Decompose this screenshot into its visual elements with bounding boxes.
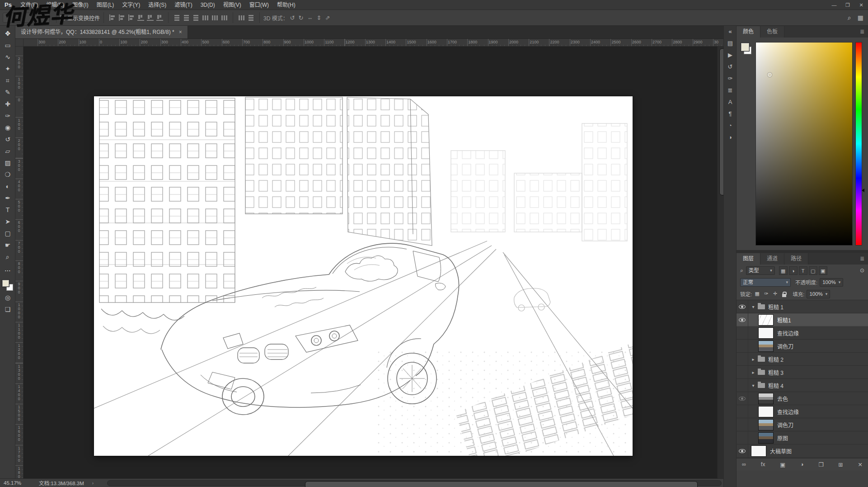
saturation-brightness-picker[interactable] (755, 42, 853, 246)
edit-toolbar-icon[interactable]: ⋯ (0, 265, 15, 276)
panel-menu-icon[interactable]: ≣ (860, 28, 864, 35)
minimize-button[interactable]: — (827, 0, 841, 10)
filter-type-icon[interactable]: T (799, 266, 807, 275)
3d-drag-icon[interactable]: ⇔ (307, 14, 313, 21)
visibility-toggle[interactable] (737, 300, 748, 313)
horizontal-scrollbar[interactable] (107, 480, 722, 486)
color-picker-marker[interactable] (768, 73, 772, 77)
layer-row[interactable]: 调色刀 (737, 418, 868, 431)
restore-button[interactable]: ❐ (841, 0, 854, 10)
chevron-down-icon[interactable]: ▾ (750, 304, 756, 309)
shape-tool[interactable]: ▢ (0, 227, 15, 239)
fill-value[interactable]: 100% ▾ (807, 290, 830, 298)
layer-thumbnail[interactable] (751, 445, 766, 457)
adjustment-layer-icon[interactable]: ◑ (800, 461, 804, 468)
distribute-top-icon[interactable] (174, 14, 180, 21)
crop-tool[interactable]: ⌗ (0, 75, 15, 86)
clone-stamp-tool[interactable]: ◉ (0, 122, 15, 133)
new-group-icon[interactable]: ❒ (818, 461, 823, 468)
chevron-right-icon[interactable]: ▸ (750, 357, 756, 362)
eyedropper-tool[interactable]: ✎ (0, 86, 15, 98)
filter-smart-icon[interactable]: ▣ (819, 266, 827, 275)
distribute-bottom-icon[interactable] (192, 14, 199, 21)
align-top-icon[interactable] (137, 14, 144, 21)
marquee-tool[interactable]: ▭ (0, 39, 15, 51)
menu-item[interactable]: 选择(S) (144, 2, 170, 8)
vertical-scrollbar-thumb[interactable] (719, 48, 723, 195)
path-selection-tool[interactable]: ➤ (0, 216, 15, 227)
3d-roll-icon[interactable]: ↻ (299, 14, 304, 21)
layer-row[interactable]: 查找边缘 (737, 326, 868, 340)
lasso-tool[interactable]: ∿ (0, 51, 15, 63)
chevron-right-icon[interactable]: ▸ (750, 370, 756, 375)
horizontal-ruler[interactable]: 3002001000100200300400500600700800900100… (23, 39, 723, 47)
layer-row[interactable]: 去色 (737, 392, 868, 405)
close-button[interactable]: ✕ (854, 0, 868, 10)
blend-mode-dropdown[interactable]: 正常 ▾ (740, 278, 791, 287)
align-left-icon[interactable] (109, 14, 116, 21)
navigator-icon[interactable]: ▤ (724, 38, 737, 49)
layer-thumbnail[interactable] (758, 419, 774, 430)
layers-panel-tab[interactable]: 图层 (737, 253, 760, 265)
3d-rotate-icon[interactable]: ↺ (290, 14, 295, 21)
menu-item[interactable]: 3D(D) (197, 2, 219, 8)
layer-row[interactable]: 粗糙1 (737, 313, 868, 326)
character-icon[interactable]: A (724, 96, 737, 108)
layer-effects-icon[interactable]: fx (761, 461, 765, 468)
align-middle-vertical-icon[interactable] (147, 14, 154, 21)
menu-item[interactable]: 文字(Y) (118, 2, 144, 8)
vertical-scrollbar[interactable] (717, 47, 723, 478)
workspace-icon[interactable]: ▦ (858, 14, 863, 21)
lock-pixels-icon[interactable]: ✑ (762, 291, 770, 297)
visibility-toggle[interactable] (737, 353, 748, 366)
layer-group-row[interactable]: ▾粗糙 1 (737, 300, 868, 313)
show-transform-checkbox[interactable] (60, 15, 65, 20)
3d-slide-icon[interactable]: ⇕ (317, 14, 322, 21)
auto-align-icon[interactable] (248, 14, 254, 21)
document-tab[interactable]: 设计导师-何煜华，QQ：1433828141 @ 45.2%(粗糙1, RGB/… (15, 26, 188, 38)
foreground-color-swatch[interactable] (741, 43, 749, 51)
quick-mask-icon[interactable]: ◎ (0, 292, 15, 303)
zoom-tool[interactable]: ⌕ (0, 251, 15, 263)
search-icon[interactable]: ⌕ (848, 14, 851, 22)
layers-panel-tab[interactable]: 路径 (784, 253, 808, 265)
healing-brush-tool[interactable]: ✚ (0, 98, 15, 110)
layer-thumbnail[interactable] (758, 314, 774, 326)
visibility-toggle[interactable] (737, 326, 748, 340)
filter-search-icon[interactable]: ⌕ (740, 267, 743, 274)
quick-selection-tool[interactable]: ✦ (0, 63, 15, 75)
hue-slider[interactable] (855, 42, 862, 246)
layer-group-row[interactable]: ▸粗糙 3 (737, 366, 868, 379)
layer-row[interactable]: 大稿草图 (737, 444, 868, 458)
link-layers-icon[interactable]: ∞ (742, 461, 746, 468)
filter-type-dropdown[interactable]: 类型 ▾ (746, 266, 775, 275)
menu-item[interactable]: 帮助(H) (273, 2, 300, 8)
layer-group-row[interactable]: ▾粗糙 4 (737, 379, 868, 392)
lock-transparent-icon[interactable]: ▦ (753, 291, 761, 297)
actions-icon[interactable]: ▶ (724, 49, 737, 61)
layer-thumbnail[interactable] (758, 393, 774, 404)
menu-item[interactable]: 图层(L) (93, 2, 118, 8)
3d-scale-icon[interactable]: ⇗ (325, 14, 330, 21)
menu-item[interactable]: 文件(F) (16, 2, 42, 8)
opacity-value[interactable]: 100% ▾ (820, 278, 843, 287)
new-layer-icon[interactable]: ⊞ (838, 461, 843, 468)
hue-slider-marker[interactable] (862, 189, 864, 192)
menu-item[interactable]: 滤镜(T) (170, 2, 196, 8)
visibility-toggle[interactable] (737, 340, 748, 353)
paragraph-icon[interactable]: ¶ (724, 108, 737, 120)
filter-pixel-icon[interactable]: ▦ (779, 266, 788, 275)
distribute-center-icon[interactable] (211, 14, 218, 21)
dodge-tool[interactable]: ◐ (0, 180, 15, 192)
hand-tool[interactable]: ☛ (0, 239, 15, 251)
vertical-ruler[interactable]: 2001000100200300400500600700800900100011… (15, 47, 23, 478)
horizontal-scrollbar-thumb[interactable] (305, 481, 698, 487)
pen-tool[interactable]: ✒ (0, 192, 15, 204)
brush-tool[interactable]: ✑ (0, 110, 15, 122)
layer-thumbnail[interactable] (758, 406, 774, 417)
panel-menu-icon[interactable]: ≣ (860, 255, 864, 262)
collapse-panels-icon[interactable]: « (724, 26, 737, 38)
info-icon[interactable]: ◔ (724, 120, 737, 132)
align-center-horizontal-icon[interactable] (118, 14, 125, 21)
visibility-toggle[interactable] (737, 392, 748, 405)
